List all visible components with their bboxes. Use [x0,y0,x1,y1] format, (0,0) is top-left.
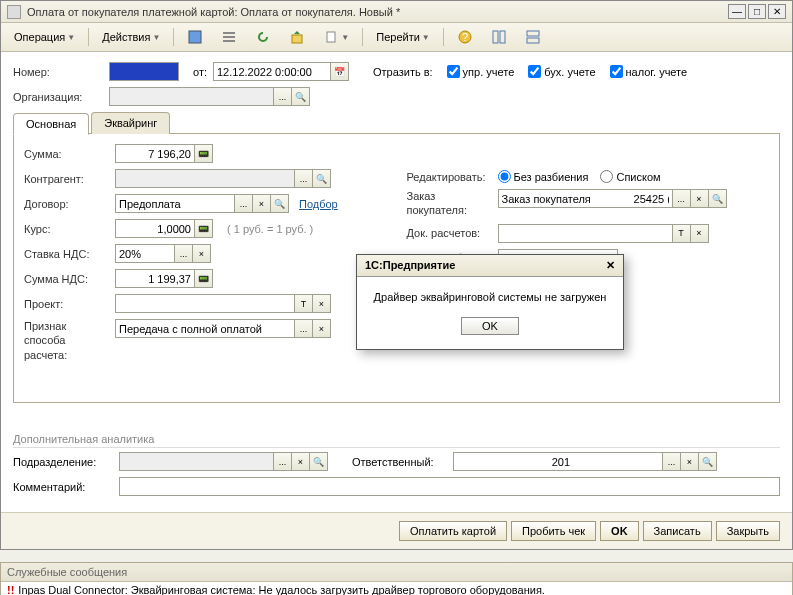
org-search-icon[interactable]: 🔍 [292,87,310,106]
goto-menu[interactable]: Перейти▼ [369,28,437,46]
contract-clear-icon[interactable]: × [253,194,271,213]
close-button[interactable]: ✕ [768,4,786,19]
order-clear-icon[interactable]: × [691,189,709,208]
dialog-ok-button[interactable]: OK [461,317,519,335]
msg-1: Inpas Dual Connector: Эквайринговая сист… [18,584,545,595]
tab-acquiring[interactable]: Эквайринг [91,112,170,134]
vat-sum-label: Сумма НДС: [24,273,109,285]
footer-buttons: Оплатить картой Пробить чек OK Записать … [1,512,792,549]
analytics-title: Дополнительная аналитика [13,433,780,448]
order-label: Заказ покупателя: [407,189,492,218]
dept-sel-icon[interactable]: ... [274,452,292,471]
method-input[interactable] [115,319,295,338]
svg-rect-8 [493,31,498,43]
order-sel-icon[interactable]: ... [673,189,691,208]
actions-menu[interactable]: Действия▼ [95,28,167,46]
rate-input[interactable] [115,219,195,238]
titlebar: Оплата от покупателя платежной картой: О… [1,1,792,23]
save-icon[interactable] [180,26,210,48]
svg-rect-0 [189,31,201,43]
dept-search-icon[interactable]: 🔍 [310,452,328,471]
settle-t-icon[interactable]: T [673,224,691,243]
tab-main[interactable]: Основная [13,113,89,135]
window-icon [7,5,21,19]
svg-rect-3 [223,40,235,42]
settle-clear-icon[interactable]: × [691,224,709,243]
order-search-icon[interactable]: 🔍 [709,189,727,208]
refresh-icon[interactable] [248,26,278,48]
calendar-icon[interactable]: 📅 [331,62,349,81]
vat-sum-input[interactable] [115,269,195,288]
sum-input[interactable] [115,144,195,163]
calc-icon3[interactable]: 📟 [195,269,213,288]
svg-rect-5 [327,32,335,42]
method-sel-icon[interactable]: ... [295,319,313,338]
attach-icon[interactable]: ▼ [316,26,356,48]
toolbar: Операция▼ Действия▼ ▼ Перейти▼ ? [1,23,792,52]
receipt-button[interactable]: Пробить чек [511,521,596,541]
maximize-button[interactable]: □ [748,4,766,19]
svg-rect-9 [500,31,505,43]
form-icon2[interactable] [518,26,548,48]
vat-rate-input[interactable] [115,244,175,263]
svg-rect-10 [527,31,539,36]
number-input[interactable] [109,62,179,81]
pay-card-button[interactable]: Оплатить картой [399,521,507,541]
svg-rect-4 [292,35,302,43]
resp-sel-icon[interactable]: ... [663,452,681,471]
comment-input[interactable] [119,477,780,496]
date-input[interactable] [213,62,331,81]
chk-mgmt[interactable] [447,65,460,78]
chk-acc[interactable] [528,65,541,78]
dialog-close-icon[interactable]: ✕ [606,259,615,272]
svg-rect-11 [527,38,539,43]
dept-label: Подразделение: [13,456,113,468]
settle-input[interactable] [498,224,673,243]
vat-clear-icon[interactable]: × [193,244,211,263]
contract-sel-icon[interactable]: ... [235,194,253,213]
order-input[interactable] [498,189,673,208]
org-select-icon[interactable]: ... [274,87,292,106]
select-link[interactable]: Подбор [299,198,338,210]
project-clear-icon[interactable]: × [313,294,331,313]
vat-rate-label: Ставка НДС: [24,248,109,260]
messages-title: Служебные сообщения [1,563,792,582]
project-t-icon[interactable]: T [295,294,313,313]
dept-clear-icon[interactable]: × [292,452,310,471]
vat-sel-icon[interactable]: ... [175,244,193,263]
method-clear-icon[interactable]: × [313,319,331,338]
resp-input[interactable] [453,452,663,471]
calc-icon2[interactable]: 📟 [195,219,213,238]
resp-clear-icon[interactable]: × [681,452,699,471]
project-label: Проект: [24,298,109,310]
project-input[interactable] [115,294,295,313]
help-icon[interactable]: ? [450,26,480,48]
contract-search-icon[interactable]: 🔍 [271,194,289,213]
close-form-button[interactable]: Закрыть [716,521,780,541]
dialog-text: Драйвер эквайринговой системы не загруже… [369,291,611,303]
resp-search-icon[interactable]: 🔍 [699,452,717,471]
form-icon1[interactable] [484,26,514,48]
number-label: Номер: [13,66,103,78]
contract-input[interactable] [115,194,235,213]
ok-button[interactable]: OK [600,521,639,541]
write-button[interactable]: Записать [643,521,712,541]
edit-label: Редактировать: [407,171,492,183]
calc-icon[interactable]: 📟 [195,144,213,163]
dept-input[interactable] [119,452,274,471]
chk-tax[interactable] [610,65,623,78]
radio-no-split[interactable] [498,170,511,183]
contr-input[interactable] [115,169,295,188]
contr-sel-icon[interactable]: ... [295,169,313,188]
radio-list[interactable] [600,170,613,183]
list-icon[interactable] [214,26,244,48]
operation-menu[interactable]: Операция▼ [7,28,82,46]
from-label: от: [193,66,207,78]
settle-label: Док. расчетов: [407,227,492,239]
minimize-button[interactable]: — [728,4,746,19]
org-label: Организация: [13,91,103,103]
contr-label: Контрагент: [24,173,109,185]
org-input[interactable] [109,87,274,106]
export-icon[interactable] [282,26,312,48]
contr-search-icon[interactable]: 🔍 [313,169,331,188]
